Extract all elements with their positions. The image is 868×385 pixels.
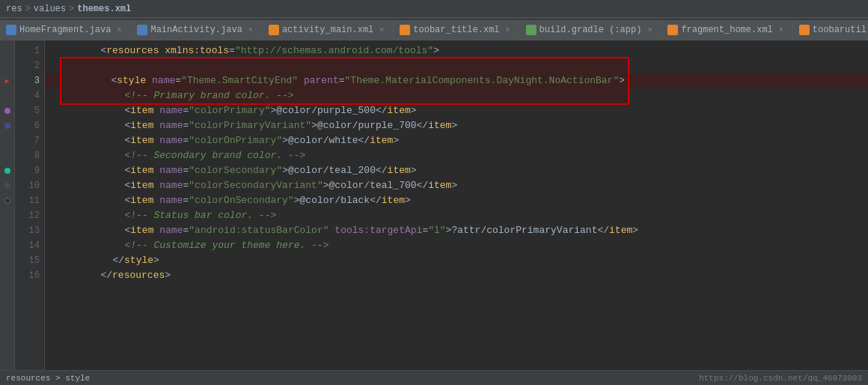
tab-toobarutil-label: toobarutil.xml <box>813 25 868 35</box>
color-dot-10 <box>4 183 10 189</box>
status-url: https://blog.csdn.net/qq_46973003 <box>699 374 862 383</box>
gradle-icon <box>526 25 537 35</box>
tab-close-activity[interactable]: × <box>378 26 385 34</box>
tab-fragment-home[interactable]: fragment_home.xml × <box>661 20 792 40</box>
marker-6 <box>2 118 13 133</box>
breadcrumb-sep-2: > <box>69 4 74 14</box>
line-num-12: 12 <box>19 208 40 223</box>
tab-bar: HomeFragment.java × MainActivity.java × … <box>0 18 868 40</box>
editor-area: ▶ 1 2 3 4 5 6 7 8 9 <box>0 40 868 370</box>
xml-icon-4 <box>400 25 410 35</box>
breadcrumb-current: themes.xml <box>77 4 131 14</box>
marker-8 <box>2 148 13 163</box>
marker-4 <box>2 88 13 103</box>
tab-home-fragment[interactable]: HomeFragment.java × <box>0 20 131 40</box>
marker-5 <box>2 103 13 118</box>
breadcrumb-res[interactable]: res <box>6 4 22 14</box>
line-num-5: 5 <box>19 103 40 118</box>
tab-close-gradle[interactable]: × <box>646 26 653 34</box>
code-line-16: </resources> <box>45 268 868 283</box>
tab-activity-main-label: activity_main.xml <box>282 25 373 35</box>
xml-icon-3 <box>269 25 279 35</box>
line-numbers: 1 2 3 4 5 6 7 8 9 10 11 12 13 14 15 16 <box>15 40 45 370</box>
top-breadcrumb: res > values > themes.xml <box>0 0 868 18</box>
breadcrumb-sep-1: > <box>25 4 31 14</box>
tab-close-toolbar[interactable]: × <box>504 26 512 34</box>
marker-7 <box>2 133 13 148</box>
marker-11 <box>2 193 13 208</box>
marker-2 <box>2 58 13 73</box>
line-num-4: 4 <box>19 88 40 103</box>
xml-icon-6 <box>799 25 810 35</box>
gutter-markers: ▶ <box>0 40 15 370</box>
breadcrumb-values[interactable]: values <box>34 4 66 14</box>
line-num-7: 7 <box>19 133 40 148</box>
bottom-breadcrumb: resources > style https://blog.csdn.net/… <box>0 370 868 385</box>
tab-close-home[interactable]: × <box>115 26 123 34</box>
line-num-14: 14 <box>19 238 40 253</box>
color-dot-5 <box>4 108 10 114</box>
color-dot-9 <box>4 168 10 174</box>
tab-close-fragment[interactable]: × <box>777 26 785 34</box>
line-num-1: 1 <box>19 43 40 58</box>
java-icon-2 <box>137 25 147 35</box>
marker-9 <box>2 163 13 178</box>
marker-12 <box>2 208 13 223</box>
tab-toolbar-title[interactable]: toobar_title.xml × <box>394 20 519 40</box>
bottom-breadcrumb-text: resources > style <box>6 374 90 383</box>
marker-15 <box>2 253 13 268</box>
line-num-6: 6 <box>19 118 40 133</box>
line-num-16: 16 <box>19 268 40 283</box>
tab-fragment-home-label: fragment_home.xml <box>681 25 772 35</box>
line-num-9: 9 <box>19 163 40 178</box>
line-num-3: 3 <box>19 73 40 88</box>
color-dot-6 <box>4 123 10 129</box>
tab-activity-main[interactable]: activity_main.xml × <box>263 20 394 40</box>
tab-toolbar-title-label: toobar_title.xml <box>413 25 499 35</box>
tab-build-gradle[interactable]: build.gradle (:app) × <box>520 20 662 40</box>
code-editor[interactable]: <resources xmlns:tools="http://schemas.a… <box>45 40 868 370</box>
marker-3: ▶ <box>2 73 13 88</box>
tab-home-fragment-label: HomeFragment.java <box>19 25 111 35</box>
tab-toobarutil[interactable]: toobarutil.xml × <box>793 20 868 40</box>
marker-16 <box>2 268 13 283</box>
line-num-11: 11 <box>19 193 40 208</box>
tab-main-activity-label: MainActivity.java <box>150 25 242 35</box>
line-num-13: 13 <box>19 223 40 238</box>
java-icon <box>6 25 16 35</box>
marker-10 <box>2 178 13 193</box>
color-dot-11 <box>4 198 10 204</box>
marker-13 <box>2 223 13 238</box>
marker-14 <box>2 238 13 253</box>
xml-icon-5 <box>667 25 678 35</box>
tab-build-gradle-label: build.gradle (:app) <box>540 25 642 35</box>
tab-close-main[interactable]: × <box>247 26 254 34</box>
line-num-2: 2 <box>19 58 40 73</box>
error-arrow: ▶ <box>4 76 9 85</box>
line-num-10: 10 <box>19 178 40 193</box>
line-num-8: 8 <box>19 148 40 163</box>
line-num-15: 15 <box>19 253 40 268</box>
marker-1 <box>2 43 13 58</box>
tab-main-activity[interactable]: MainActivity.java × <box>131 20 262 40</box>
